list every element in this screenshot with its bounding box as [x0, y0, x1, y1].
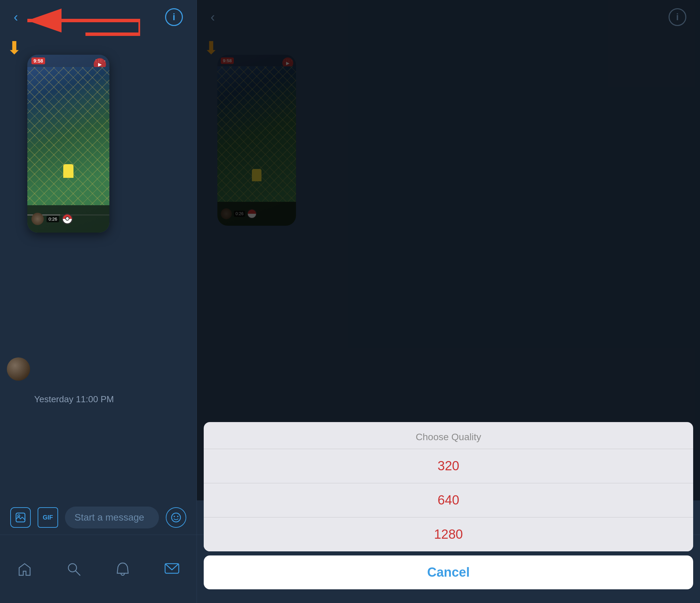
nav-search[interactable] — [66, 561, 82, 577]
message-row — [7, 357, 30, 381]
duration-badge: 0:26 — [46, 216, 59, 222]
video-thumbnail[interactable]: 9:58 LTE ▪ ▶ 0:26 — [27, 55, 109, 233]
action-sheet-cancel[interactable]: Cancel — [204, 555, 693, 589]
nav-notifications[interactable] — [115, 561, 131, 577]
action-sheet-main: Choose Quality 320 640 1280 — [204, 422, 693, 551]
message-input[interactable]: Start a message — [65, 507, 159, 528]
video-bottom-bar: 0:26 — [27, 205, 109, 233]
svg-point-6 — [172, 513, 180, 522]
search-icon — [66, 561, 82, 577]
left-panel: ‹ i ⬇ 9:58 LTE ▪ ▶ — [0, 0, 197, 603]
svg-point-5 — [18, 515, 20, 517]
map-grid — [27, 67, 109, 205]
action-sheet-title: Choose Quality — [204, 422, 693, 449]
action-sheet-wrapper: Choose Quality 320 640 1280 Cancel — [197, 422, 700, 603]
emoji-button[interactable] — [166, 507, 186, 528]
game-character — [63, 164, 73, 178]
right-panel: ‹ i ⬇ 9:58 LTE ▪ ▶ 0:26 — [197, 0, 700, 603]
svg-line-10 — [76, 571, 80, 575]
home-icon — [16, 561, 33, 577]
user-avatar — [7, 357, 30, 381]
game-map — [27, 67, 109, 205]
info-button[interactable]: i — [165, 8, 183, 26]
image-icon — [15, 512, 26, 523]
bottom-nav — [0, 535, 197, 603]
avatar-small — [31, 213, 44, 225]
svg-point-7 — [174, 516, 175, 517]
back-button[interactable]: ‹ — [14, 10, 18, 25]
messages-icon — [164, 561, 180, 577]
quality-option-1280[interactable]: 1280 — [204, 517, 693, 551]
nav-home[interactable] — [16, 561, 33, 577]
download-icon-wrapper[interactable]: ⬇ — [7, 38, 22, 58]
quality-option-320[interactable]: 320 — [204, 449, 693, 483]
left-header: ‹ i — [0, 0, 197, 34]
nav-messages[interactable] — [164, 561, 180, 577]
emoji-icon — [171, 512, 181, 523]
quality-option-640[interactable]: 640 — [204, 483, 693, 517]
message-timestamp: Yesterday 11:00 PM — [34, 394, 114, 405]
bottom-toolbar: GIF Start a message — [0, 500, 197, 535]
gif-button[interactable]: GIF — [38, 507, 58, 528]
svg-point-8 — [177, 516, 178, 517]
status-time: 9:58 — [31, 57, 45, 64]
image-button[interactable] — [10, 507, 31, 528]
download-icon[interactable]: ⬇ — [7, 38, 22, 58]
pokeball-icon — [62, 213, 73, 224]
notifications-icon — [115, 561, 131, 577]
